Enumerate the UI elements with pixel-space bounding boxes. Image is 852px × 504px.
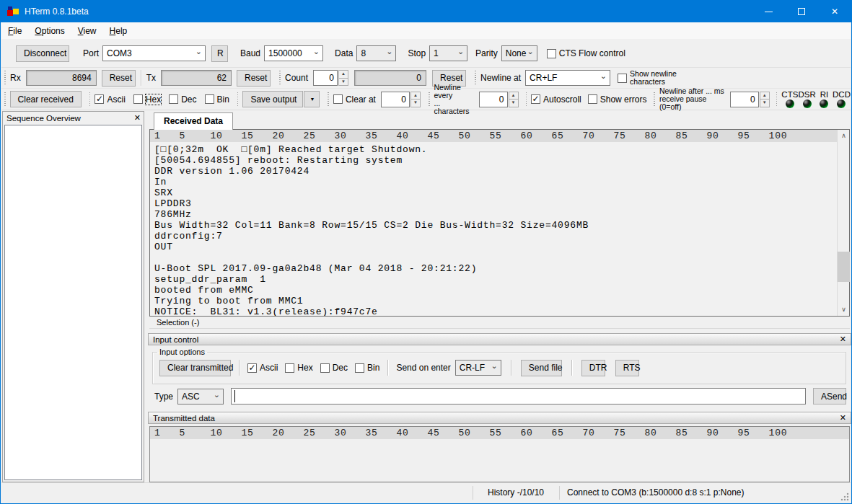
clear-at-checkbox[interactable]: Clear at (333, 94, 376, 105)
transmitted-data-area[interactable]: 1 5 10 15 20 25 30 35 40 45 50 55 60 65 … (149, 426, 850, 482)
newline-every-spinner[interactable]: 0 ▲ ▼ (479, 92, 519, 107)
scrollbar-thumb[interactable] (838, 252, 850, 282)
autoscroll-checkbox[interactable]: ✓ Autoscroll (531, 94, 581, 105)
send-bin-checkbox[interactable]: Bin (355, 363, 379, 373)
cts-led-label: CTS (781, 90, 798, 99)
close-icon[interactable]: ✕ (134, 114, 141, 122)
received-terminal-text[interactable]: [□[0;32m OK □[0m] Reached target Shutdow… (150, 142, 837, 316)
receive-dec-checkbox[interactable]: Dec (169, 94, 196, 105)
clear-transmitted-button[interactable]: Clear transmitted (159, 360, 231, 376)
rx-reset-button[interactable]: Reset (102, 70, 136, 87)
disconnect-button[interactable]: Disconnect (16, 45, 69, 62)
terminal-line: In (154, 177, 837, 187)
menu-help[interactable]: Help (103, 23, 134, 39)
resize-grip[interactable] (840, 492, 849, 501)
rescan-ports-button[interactable]: R (211, 45, 228, 62)
send-ascii-checkbox[interactable]: ✓ Ascii (247, 363, 278, 373)
count-spinner[interactable]: 0 ▲ ▼ (313, 70, 348, 86)
maximize-button[interactable] (785, 1, 818, 22)
spin-down-button[interactable]: ▼ (410, 99, 421, 107)
terminal-line: LPDDR3 (154, 198, 837, 209)
received-scrollbar[interactable]: ∧ ∨ (837, 130, 849, 316)
scroll-up-icon[interactable]: ∧ (838, 130, 850, 142)
checkbox-box: ✓ (531, 94, 540, 104)
toolbar-grip[interactable] (654, 92, 655, 107)
checkbox-box: ✓ (247, 363, 257, 373)
type-select[interactable]: ASC ⌄ (177, 389, 224, 404)
menu-file[interactable]: File (1, 23, 28, 39)
parity-select[interactable]: None ⌄ (501, 45, 537, 61)
send-input[interactable] (231, 388, 806, 404)
input-options-title: Input options (157, 348, 207, 356)
port-select[interactable]: COM3 ⌄ (102, 45, 206, 61)
sequence-overview-list[interactable] (4, 125, 142, 480)
menu-options[interactable]: Options (28, 23, 71, 39)
spin-down-button[interactable]: ▼ (338, 78, 348, 87)
checkbox-label: Show newline characters (630, 70, 677, 86)
dtr-button[interactable]: DTR (581, 360, 605, 376)
menu-view[interactable]: View (71, 23, 103, 39)
checkbox-label: Ascii (260, 363, 278, 373)
data-bits-select[interactable]: 8 ⌄ (356, 45, 396, 61)
terminal-line: DDR version 1.06 20170424 (154, 166, 837, 177)
chevron-down-icon: ⌄ (491, 361, 498, 371)
scroll-down-icon[interactable]: ∨ (838, 304, 850, 316)
close-icon[interactable]: ✕ (840, 335, 846, 343)
terminal-line: OUT (154, 242, 837, 252)
menu-bar: File Options View Help (1, 22, 851, 40)
separator (239, 360, 240, 376)
send-file-button[interactable]: Send file (521, 360, 562, 376)
save-output-dropdown-button[interactable]: ▼ (304, 91, 320, 107)
chevron-down-icon: ⌄ (214, 390, 220, 399)
spin-down-button[interactable]: ▼ (760, 99, 770, 107)
type-label: Type (154, 392, 173, 402)
save-output-button[interactable]: Save output (242, 91, 303, 107)
parity-value: None (506, 48, 527, 58)
cts-flow-control-checkbox[interactable]: CTS Flow control (547, 48, 625, 58)
receive-hex-checkbox[interactable]: Hex (133, 94, 161, 105)
newline-after-pause-spinner[interactable]: 0 ▲ ▼ (730, 92, 770, 107)
toolbar-grip[interactable] (279, 71, 281, 85)
send-row: Type ASC ⌄ ASend (148, 387, 851, 405)
baud-select[interactable]: 1500000 ⌄ (264, 45, 323, 61)
checkbox-box (169, 94, 178, 104)
close-icon[interactable]: ✕ (840, 414, 846, 422)
toolbar-grip[interactable] (526, 92, 527, 107)
close-button[interactable]: ✕ (818, 1, 851, 22)
rts-button[interactable]: RTS (615, 360, 639, 376)
tab-received-data[interactable]: Received Data (154, 112, 233, 130)
newline-at-select[interactable]: CR+LF ⌄ (525, 70, 610, 86)
terminal-line: NOTICE: BL31: v1.3(release):f947c7e (154, 306, 837, 316)
show-errors-checkbox[interactable]: Show errors (588, 94, 647, 105)
show-newline-characters-checkbox[interactable]: Show newline characters (618, 70, 677, 86)
status-bar: History -/10/10 Connect to COM3 (b:15000… (1, 482, 851, 503)
check-icon: ✓ (532, 94, 540, 103)
input-options-row: Clear transmitted ✓ Ascii Hex Dec Bin Se… (153, 356, 846, 379)
tx-reset-button[interactable]: Reset (237, 70, 271, 87)
toolbar-grip[interactable] (4, 92, 6, 107)
send-hex-checkbox[interactable]: Hex (285, 363, 312, 373)
toolbar-grip[interactable] (328, 92, 329, 107)
toolbar-grip[interactable] (89, 92, 91, 107)
received-data-area[interactable]: 1 5 10 15 20 25 30 35 40 45 50 55 60 65 … (149, 129, 850, 317)
send-dec-checkbox[interactable]: Dec (320, 363, 348, 373)
received-column-ruler: 1 5 10 15 20 25 30 35 40 45 50 55 60 65 … (150, 130, 849, 142)
asend-button[interactable]: ASend (813, 388, 846, 404)
toolbar-grip[interactable] (4, 71, 6, 85)
toolbar-grip[interactable] (237, 92, 239, 107)
toolbar-grip[interactable] (776, 92, 778, 107)
spin-down-button[interactable]: ▼ (509, 99, 519, 107)
count-label: Count (285, 73, 308, 83)
stop-bits-select[interactable]: 1 ⌄ (429, 45, 467, 61)
toolbar-grip[interactable] (429, 92, 430, 107)
clear-at-spinner[interactable]: 0 ▲ ▼ (381, 92, 421, 107)
chevron-down-icon: ⌄ (313, 47, 320, 56)
checkbox-box (133, 94, 143, 104)
send-on-enter-select[interactable]: CR-LF ⌄ (455, 360, 501, 376)
clear-received-button[interactable]: Clear received (10, 91, 82, 107)
separator (141, 70, 141, 86)
receive-bin-checkbox[interactable]: Bin (205, 94, 229, 105)
minimize-button[interactable] (752, 1, 785, 22)
counter-toolbar: Rx 8694 Reset Tx 62 Reset Count 0 ▲ ▼ 0 … (1, 68, 851, 89)
receive-ascii-checkbox[interactable]: ✓ Ascii (95, 94, 125, 105)
